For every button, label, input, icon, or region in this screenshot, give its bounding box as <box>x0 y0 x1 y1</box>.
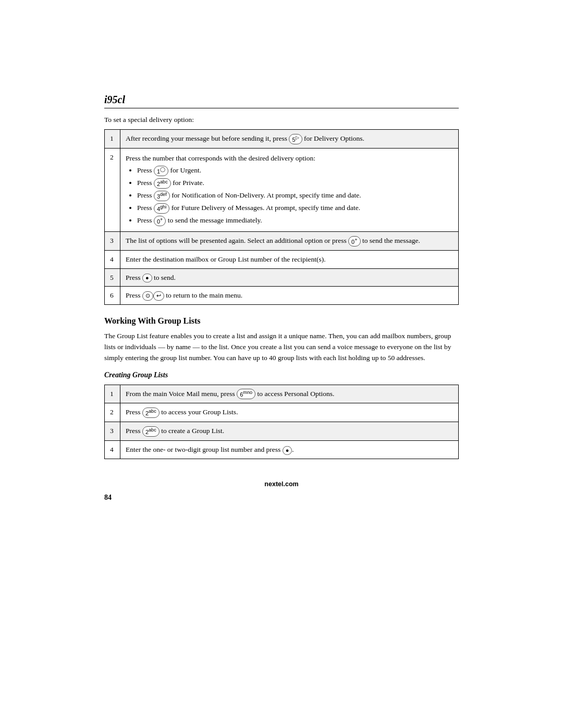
list-item: Press 2abc for Private. <box>137 178 453 189</box>
intro-text: To set a special delivery option: <box>104 116 459 124</box>
table-row: 3 Press 2abc to create a Group List. <box>105 422 459 441</box>
key-button: 0+ <box>348 236 360 246</box>
page-title: i95cl <box>104 94 125 105</box>
page-number: 84 <box>104 493 459 502</box>
step-content: The list of options will be presented ag… <box>120 232 459 251</box>
key-button: 6mno <box>237 389 255 399</box>
step-number: 2 <box>105 403 120 422</box>
step-content: Press the number that corresponds with t… <box>120 148 459 231</box>
step-content: Press ● to send. <box>120 268 459 287</box>
key-button: 2abc <box>142 426 160 437</box>
step-content: Enter the destination mailbox or Group L… <box>120 251 459 269</box>
step-content: After recording your message but before … <box>120 130 459 149</box>
key-button: 4ghi <box>154 203 169 214</box>
step-content: Enter the one- or two-digit group list n… <box>120 441 459 459</box>
bullet-list: Press 1◯ for Urgent. Press 2abc for Priv… <box>126 165 453 226</box>
key-button: ● <box>283 446 292 455</box>
step-number: 6 <box>105 287 120 305</box>
step-number: 2 <box>105 148 120 231</box>
key-button: 1◯ <box>154 166 168 176</box>
table-row: 3 The list of options will be presented … <box>105 232 459 251</box>
sub-heading: Creating Group Lists <box>104 371 459 379</box>
table-row: 6 Press ⊙↩ to return to the main menu. <box>105 287 459 305</box>
key-button: 3def <box>154 191 170 201</box>
table-row: 2 Press the number that corresponds with… <box>105 148 459 231</box>
step-content: Press ⊙↩ to return to the main menu. <box>120 287 459 305</box>
key-button: ⊙ <box>142 291 153 300</box>
step-number: 5 <box>105 268 120 287</box>
creating-steps-table: 1 From the main Voice Mail menu, press 6… <box>104 385 459 459</box>
body-text: The Group List feature enables you to cr… <box>104 331 459 364</box>
step-number: 4 <box>105 251 120 269</box>
table-row: 2 Press 2abc to access your Group Lists. <box>105 403 459 422</box>
step-number: 4 <box>105 441 120 459</box>
list-item: Press 3def for Notification of Non-Deliv… <box>137 190 453 201</box>
step-number: 3 <box>105 422 120 441</box>
page-header: i95cl <box>104 94 459 108</box>
key-button: ↩ <box>153 291 164 300</box>
page-content: i95cl To set a special delivery option: … <box>104 0 459 728</box>
key-button: 0+ <box>154 216 166 226</box>
step-number: 1 <box>105 385 120 403</box>
key-button: 2abc <box>142 408 160 418</box>
list-item: Press 4ghi for Future Delivery of Messag… <box>137 203 453 214</box>
step-content: Press 2abc to access your Group Lists. <box>120 403 459 422</box>
list-item: Press 0+ to send the message immediately… <box>137 215 453 226</box>
step-content: From the main Voice Mail menu, press 6mn… <box>120 385 459 403</box>
footer-url: nextel.com <box>264 480 298 488</box>
table-row: 1 After recording your message but befor… <box>105 130 459 149</box>
table-row: 5 Press ● to send. <box>105 268 459 287</box>
main-steps-table: 1 After recording your message but befor… <box>104 129 459 305</box>
step-number: 1 <box>105 130 120 149</box>
list-item: Press 1◯ for Urgent. <box>137 165 453 176</box>
table-row: 4 Enter the destination mailbox or Group… <box>105 251 459 269</box>
key-button: ● <box>142 274 152 282</box>
section-heading: Working With Group Lists <box>104 316 459 326</box>
table-row: 1 From the main Voice Mail menu, press 6… <box>105 385 459 403</box>
step-number: 3 <box>105 232 120 251</box>
key-button: 5▷ <box>289 134 302 144</box>
page-footer: nextel.com <box>104 480 459 488</box>
step-content: Press 2abc to create a Group List. <box>120 422 459 441</box>
table-row: 4 Enter the one- or two-digit group list… <box>105 441 459 459</box>
key-button: 2abc <box>154 178 171 189</box>
